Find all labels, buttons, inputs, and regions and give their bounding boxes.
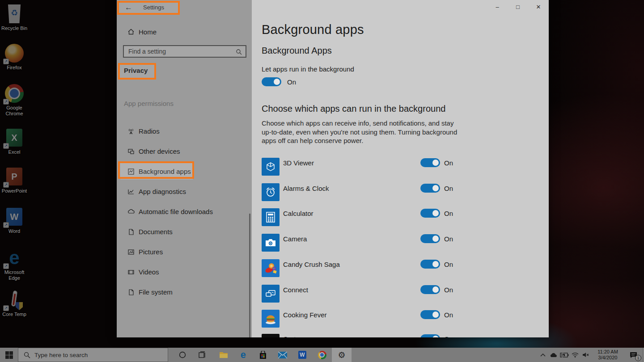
setting-search-box[interactable]	[123, 45, 246, 58]
tray-chevron-button[interactable]	[538, 348, 548, 362]
settings-taskbar-button[interactable]: ⚙	[332, 348, 352, 362]
sidebar-item-pictures[interactable]: Pictures	[117, 242, 252, 262]
sidebar-item-label: Pictures	[139, 248, 163, 256]
close-button[interactable]: ✕	[528, 0, 549, 14]
app-toggle-state: On	[444, 286, 453, 294]
minimize-button[interactable]: –	[487, 0, 508, 14]
calculator-icon	[262, 208, 280, 226]
taskbar-clock[interactable]: 11:20 AM 3/4/2020	[594, 349, 622, 361]
mail-button[interactable]	[273, 348, 292, 362]
sidebar-item-home[interactable]: Home	[117, 26, 252, 38]
excel-icon: X↗	[4, 127, 25, 148]
app-row-camera: Camera On	[262, 234, 539, 252]
cortana-button[interactable]	[173, 348, 192, 362]
app-toggle[interactable]	[420, 310, 440, 319]
app-toggle-state: On	[444, 185, 453, 192]
app-row-3d-viewer: 3D Viewer On	[262, 158, 539, 176]
store-button[interactable]	[253, 348, 273, 362]
volume-tray-button[interactable]	[580, 348, 591, 362]
sidebar-item-messaging-clipped[interactable]: Messaging	[117, 107, 252, 114]
file-explorer-button[interactable]	[214, 348, 233, 362]
desktop-icon-core-temp[interactable]: ↗ Core Temp	[0, 290, 28, 317]
speaker-mute-icon	[582, 352, 589, 358]
app-toggle[interactable]	[420, 158, 440, 167]
video-icon	[127, 269, 135, 276]
notification-badge: 1	[635, 355, 641, 361]
settings-main-panel: – □ ✕ Background apps Background Apps Le…	[252, 0, 549, 337]
sidebar-item-documents[interactable]: Documents	[117, 222, 252, 242]
action-center-button[interactable]: 1	[624, 348, 642, 362]
highlight-box-settings	[117, 1, 180, 15]
wifi-icon	[572, 352, 579, 358]
desktop-icon-firefox[interactable]: ↗ Firefox	[0, 43, 28, 71]
sidebar-item-file-system[interactable]: File system	[117, 282, 252, 302]
desktop-icon-recycle-bin[interactable]: ♻ Recycle Bin	[0, 4, 28, 31]
clock-date: 3/4/2020	[594, 355, 622, 361]
onedrive-tray-button[interactable]	[548, 348, 559, 362]
sidebar-item-label: App diagnostics	[139, 188, 186, 195]
chevron-up-icon	[540, 353, 546, 357]
description-text: Choose which apps can receive info, send…	[262, 119, 459, 145]
settings-window: ← Settings Home Privacy App permissions	[117, 0, 549, 337]
shortcut-arrow-icon: ↗	[3, 305, 9, 311]
highlight-box-privacy	[118, 63, 156, 80]
app-toggle[interactable]	[420, 285, 440, 294]
app-toggle[interactable]	[420, 234, 440, 243]
desktop-icon-word[interactable]: W↗ Word	[0, 206, 28, 234]
desktop-icon-excel[interactable]: X↗ Excel	[0, 127, 28, 155]
app-toggle[interactable]	[420, 184, 440, 193]
sidebar-item-label: File system	[139, 288, 173, 296]
sidebar-item-label: Documents	[139, 228, 173, 236]
powerpoint-icon: P↗	[4, 166, 25, 187]
app-row-calculator: Calculator On	[262, 208, 539, 226]
start-button[interactable]	[0, 348, 18, 362]
app-toggle[interactable]	[420, 260, 440, 269]
antenna-icon	[127, 128, 135, 135]
word-button[interactable]: W	[292, 348, 312, 362]
chrome-icon	[318, 351, 326, 359]
clock-time: 11:20 AM	[594, 349, 622, 355]
sidebar-item-automatic-file-downloads[interactable]: Automatic file downloads	[117, 202, 252, 222]
battery-tray-button[interactable]	[559, 348, 570, 362]
chrome-button[interactable]	[312, 348, 332, 362]
wifi-tray-button[interactable]	[570, 348, 580, 362]
sidebar-item-radios[interactable]: Radios	[117, 121, 252, 141]
app-toggle-state: On	[444, 335, 453, 337]
master-toggle-label: Let apps run in the background	[262, 65, 354, 73]
windows-logo-icon	[5, 351, 13, 359]
desktop-icon-google-chrome[interactable]: ↗ GoogleChrome	[0, 83, 28, 117]
edge-button[interactable]: e	[233, 348, 253, 362]
document-icon	[127, 289, 135, 296]
desktop-icon-label: GoogleChrome	[0, 105, 28, 117]
burger-icon	[262, 310, 280, 328]
setting-search-input[interactable]	[124, 46, 246, 57]
mail-icon	[278, 352, 287, 358]
candy-crush-icon	[262, 259, 280, 277]
app-toggle-state: On	[444, 235, 453, 243]
show-desktop-button[interactable]	[642, 348, 644, 362]
desktop-icon-microsoft-edge[interactable]: e↗ MicrosoftEdge	[0, 248, 28, 281]
taskbar-search-box[interactable]	[18, 348, 168, 362]
task-view-button[interactable]	[192, 348, 212, 362]
alarm-clock-icon	[262, 183, 280, 201]
section-title: Background Apps	[262, 46, 332, 56]
sidebar-scrollbar[interactable]	[249, 214, 250, 337]
taskbar-search-input[interactable]	[18, 348, 168, 362]
edge-icon: e↗	[4, 248, 25, 268]
sidebar-item-app-diagnostics[interactable]: App diagnostics	[117, 181, 252, 202]
desktop-icon-label: Core Temp	[0, 311, 28, 317]
desktop-icon-powerpoint[interactable]: P↗ PowerPoint	[0, 166, 28, 194]
app-toggle[interactable]	[420, 334, 440, 337]
system-tray: 11:20 AM 3/4/2020 1	[538, 348, 644, 362]
desktop-icon-label: Word	[0, 228, 28, 234]
master-toggle[interactable]	[262, 77, 281, 86]
shortcut-arrow-icon: ↗	[3, 143, 9, 149]
devices-icon	[127, 148, 135, 155]
app-toggle[interactable]	[420, 209, 440, 218]
store-bag-icon	[259, 351, 267, 359]
cube-icon	[262, 158, 280, 176]
sidebar-item-other-devices[interactable]: Other devices	[117, 141, 252, 161]
master-toggle-state: On	[287, 78, 296, 86]
maximize-button[interactable]: □	[508, 0, 528, 14]
sidebar-item-videos[interactable]: Videos	[117, 262, 252, 282]
